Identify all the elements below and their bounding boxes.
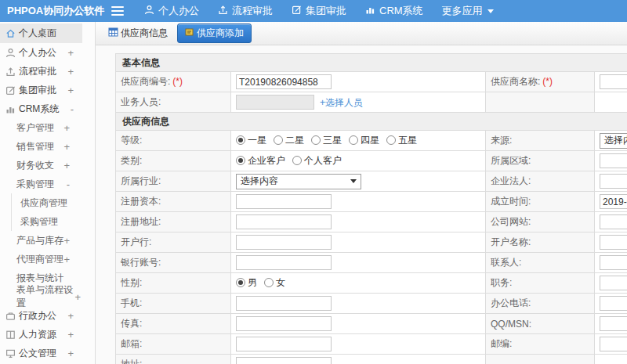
office-phone-input[interactable] [600, 296, 627, 311]
nav-group-approval[interactable]: 集团审批 [282, 0, 356, 22]
reg-capital-input[interactable] [236, 194, 332, 209]
sidebar-item-label: 行政办公 [19, 309, 56, 323]
expander-plus-icon[interactable]: + [63, 254, 70, 265]
bank-account-input[interactable] [236, 255, 332, 270]
section-header-basic: 基本信息 [116, 54, 627, 72]
nav-crm-system[interactable]: CRM系统 [356, 0, 433, 22]
grade-option-2[interactable]: 二星 [274, 134, 304, 147]
legal-person-input[interactable] [600, 174, 627, 189]
nav-workflow-approval[interactable]: 流程审批 [208, 0, 282, 22]
qq-msn-label: QQ/MSN: [486, 314, 595, 334]
sidebar-item-hr[interactable]: 人力资源 + [0, 325, 82, 344]
tab-bar: 供应商信息 供应商添加 [96, 22, 627, 45]
expander-plus-icon[interactable]: + [74, 292, 81, 302]
expander-plus-icon[interactable]: + [67, 330, 74, 340]
account-name-input[interactable] [600, 235, 627, 250]
tab-label: 供应商信息 [121, 27, 168, 40]
position-input[interactable] [600, 276, 627, 290]
qq-msn-input[interactable] [600, 316, 627, 331]
grade-label: 等级: [116, 131, 231, 151]
expander-plus-icon[interactable]: + [63, 123, 70, 133]
expander-minus-icon[interactable]: - [71, 104, 74, 114]
sidebar-item-form-workflow-settings[interactable]: 表单与流程设置 + [0, 287, 82, 306]
sidebar-item-workflow-approval[interactable]: 流程审批 + [0, 62, 82, 81]
sidebar-item-document-mgmt[interactable]: 公文管理 + [0, 344, 82, 362]
business-person-input[interactable] [236, 95, 314, 110]
tab-supplier-add[interactable]: 供应商添加 [177, 23, 252, 43]
expander-plus-icon[interactable]: + [67, 48, 74, 58]
sidebar-item-product-inventory[interactable]: 产品与库存 + [0, 231, 82, 250]
nav-more-apps[interactable]: 更多应用 [433, 0, 503, 22]
sidebar-item-agent-mgmt[interactable]: 代理商管理 + [0, 250, 82, 268]
sidebar-item-finance[interactable]: 财务收支 + [0, 156, 82, 175]
email-input[interactable] [236, 337, 332, 351]
radio-icon [311, 135, 321, 145]
grade-option-3[interactable]: 三星 [311, 134, 342, 147]
radio-label: 女 [276, 276, 285, 290]
radio-label: 三星 [323, 134, 342, 147]
website-input[interactable] [600, 214, 627, 229]
sidebar-item-crm-system[interactable]: CRM系统 - [0, 99, 82, 118]
mobile-input[interactable] [236, 296, 332, 311]
choose-person-link[interactable]: +选择人员 [320, 97, 363, 108]
sidebar-item-purchase-mgmt-sub[interactable]: 采购管理 [11, 212, 82, 231]
expander-plus-icon[interactable]: + [67, 85, 74, 96]
nav-personal-office[interactable]: 个人办公 [135, 0, 208, 22]
grade-option-5[interactable]: 五星 [386, 134, 417, 147]
gender-label: 性别: [116, 273, 231, 294]
contact-input[interactable] [600, 255, 627, 270]
expander-plus-icon[interactable]: + [67, 311, 74, 321]
source-select[interactable]: 选择内容 [600, 133, 627, 149]
hamburger-icon[interactable] [111, 6, 124, 16]
app-window: PHPOA协同办公软件 个人办公 流程审批 集团审批 CRM系统 更多应用 [0, 0, 627, 364]
tab-supplier-info[interactable]: 供应商信息 [103, 24, 172, 42]
reg-address-input[interactable] [236, 214, 332, 229]
sidebar-item-personal-office[interactable]: 个人办公 + [0, 43, 82, 62]
bank-input[interactable] [236, 235, 332, 250]
expander-minus-icon[interactable]: - [67, 179, 70, 189]
sidebar: 个人桌面 个人办公 + 流程审批 + 集团审批 + CRM系统 - [0, 22, 96, 364]
nav-item-label: 个人办公 [158, 4, 199, 18]
edit-icon [5, 85, 16, 96]
sidebar-item-customer-mgmt[interactable]: 客户管理 + [0, 118, 82, 137]
founded-time-input[interactable] [600, 194, 627, 209]
position-label: 职务: [486, 273, 595, 294]
radio-icon [264, 278, 274, 287]
sidebar-item-label: 报表与统计 [16, 272, 63, 285]
sidebar-item-sales-mgmt[interactable]: 销售管理 + [0, 137, 82, 156]
zip-input[interactable] [600, 337, 627, 351]
edit-add-icon [185, 27, 197, 39]
sidebar-item-label: 公文管理 [19, 347, 56, 360]
expander-plus-icon[interactable]: + [63, 236, 70, 246]
sidebar-item-personal-desktop[interactable]: 个人桌面 [0, 23, 82, 43]
gender-option-female[interactable]: 女 [264, 276, 285, 290]
supplier-name-input[interactable] [600, 74, 627, 89]
category-option-personal[interactable]: 个人客户 [292, 154, 342, 168]
grade-option-1[interactable]: 一星 [236, 134, 266, 147]
expander-plus-icon[interactable]: + [67, 348, 74, 359]
expander-plus-icon[interactable]: + [67, 67, 74, 77]
gender-option-male[interactable]: 男 [236, 276, 257, 290]
grade-option-4[interactable]: 四星 [349, 134, 379, 147]
table-row: 注册资本: 成立时间: [116, 192, 627, 212]
sidebar-item-purchase-mgmt[interactable]: 采购管理 - [0, 175, 82, 193]
table-row: 注册地址: 公司网站: [116, 212, 627, 232]
category-option-company[interactable]: 企业客户 [236, 154, 285, 168]
sidebar-item-supplier-mgmt[interactable]: 供应商管理 [11, 193, 82, 212]
sidebar-item-label: 表单与流程设置 [16, 283, 74, 310]
sidebar-item-label: 流程审批 [19, 65, 56, 78]
app-logo[interactable]: PHPOA协同办公软件 [0, 4, 100, 18]
expander-plus-icon[interactable]: + [63, 160, 70, 171]
fax-input[interactable] [236, 316, 332, 331]
chart-icon [5, 104, 16, 114]
mobile-label: 手机: [116, 294, 231, 314]
region-input[interactable] [600, 153, 627, 168]
sidebar-item-group-approval[interactable]: 集团审批 + [0, 81, 82, 99]
supplier-no-input[interactable] [236, 74, 332, 89]
edit-icon [292, 5, 306, 17]
address-input[interactable] [236, 357, 332, 364]
expander-plus-icon[interactable]: + [63, 142, 70, 152]
book-icon [5, 330, 16, 340]
radio-label: 男 [248, 276, 257, 290]
industry-select[interactable]: 选择内容 [236, 174, 361, 189]
